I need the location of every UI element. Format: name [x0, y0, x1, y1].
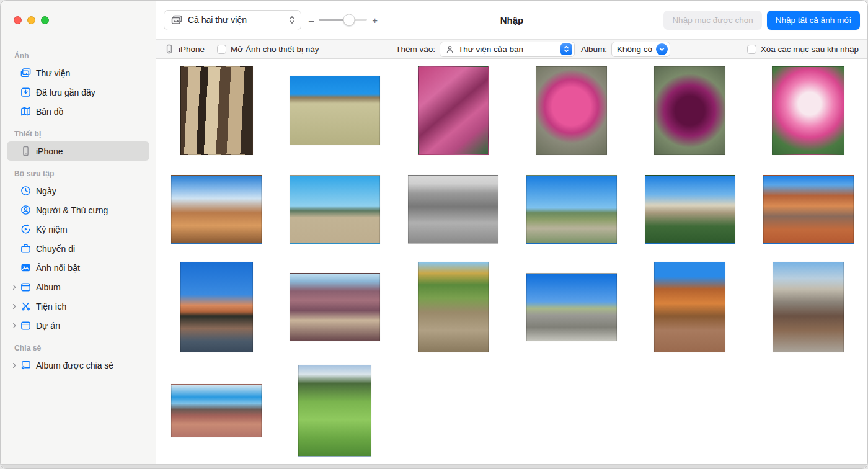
- photo-grid-cell: [749, 358, 867, 463]
- photo-grid-cell: [394, 59, 513, 162]
- photo-thumbnail-green-prairie[interactable]: [526, 175, 617, 244]
- page-title: Nhập: [500, 15, 524, 25]
- sidebar-item-people[interactable]: Người & Thú cưng: [7, 200, 149, 220]
- photo-grid-row: [157, 59, 867, 162]
- sidebar-item-featured[interactable]: Ảnh nổi bật: [7, 258, 149, 277]
- photo-thumbnail-desert-plain-sky[interactable]: [290, 175, 380, 244]
- open-photos-label: Mở Ảnh cho thiết bị này: [231, 45, 319, 54]
- open-photos-checkbox[interactable]: [217, 45, 226, 54]
- photo-thumbnail-open-highway[interactable]: [526, 273, 617, 341]
- photo-thumbnail-grass-butte[interactable]: [290, 76, 380, 145]
- photos-app-window: ẢnhThư việnĐã lưu gần đâyBản đồThiết bịi…: [0, 0, 868, 469]
- photo-thumbnail-bw-badlands[interactable]: [408, 175, 498, 244]
- sidebar-item-label: Kỷ niệm: [36, 225, 68, 234]
- photo-grid-cell: [631, 59, 749, 162]
- sidebar-item-label: Bản đồ: [36, 107, 63, 117]
- add-to-label: Thêm vào:: [396, 45, 435, 54]
- photo-grid-cell: [512, 256, 631, 358]
- clock-icon: [19, 185, 32, 197]
- photo-thumbnail-red-rocks-lake-reflection[interactable]: [180, 262, 253, 352]
- zoom-out-icon[interactable]: –: [309, 15, 314, 25]
- photo-thumbnail-red-rock-cliffs[interactable]: [763, 175, 854, 244]
- delete-after-label: Xóa các mục sau khi nhập: [761, 45, 859, 54]
- delete-after-option[interactable]: Xóa các mục sau khi nhập: [747, 45, 859, 54]
- featured-icon: [19, 262, 32, 274]
- chevron-down-icon: [656, 43, 668, 55]
- sidebar: ẢnhThư việnĐã lưu gần đâyBản đồThiết bịi…: [1, 1, 156, 468]
- sidebar-nav: ẢnhThư việnĐã lưu gần đâyBản đồThiết bịi…: [1, 39, 156, 468]
- open-photos-option[interactable]: Mở Ảnh cho thiết bị này: [217, 45, 319, 54]
- photo-grid-cell: [749, 162, 867, 256]
- sidebar-item-shared-album[interactable]: Album được chia sẻ: [7, 355, 149, 375]
- chevron-right-icon[interactable]: [11, 303, 19, 310]
- sidebar-item-projects[interactable]: Dự án: [7, 316, 149, 335]
- photo-thumbnail-grand-canyon[interactable]: [290, 273, 380, 341]
- minimize-button[interactable]: [27, 16, 35, 24]
- chevron-right-icon[interactable]: [11, 284, 19, 291]
- photo-grid-row: [157, 256, 867, 358]
- sidebar-item-suitcase[interactable]: Chuyến đi: [7, 239, 149, 258]
- sidebar-item-memories[interactable]: Kỷ niệm: [7, 220, 149, 239]
- person-icon: [445, 45, 454, 54]
- import-options-bar: iPhone Mở Ảnh cho thiết bị này Thêm vào:…: [156, 39, 867, 59]
- sidebar-item-photos[interactable]: Thư viện: [7, 63, 149, 83]
- photo-thumbnail-pink-white-tulip[interactable]: [772, 66, 844, 155]
- import-photo-grid: [156, 59, 867, 468]
- sidebar-item-label: Album được chia sẻ: [36, 360, 113, 370]
- photo-thumbnail-painted-desert[interactable]: [171, 384, 262, 437]
- chevron-up-down-icon: [560, 43, 572, 55]
- library-selector[interactable]: Cả hai thư viện: [164, 10, 301, 30]
- photo-grid-cell: [157, 358, 276, 463]
- close-button[interactable]: [14, 16, 22, 24]
- photo-thumbnail-desert-creek[interactable]: [418, 262, 489, 352]
- thumbnail-zoom-slider: – +: [309, 15, 378, 25]
- chevron-right-icon[interactable]: [11, 362, 19, 369]
- zoom-window-button[interactable]: [41, 16, 49, 24]
- photos-icon: [19, 67, 32, 79]
- photo-grid-cell: [276, 358, 394, 463]
- photo-thumbnail-petrified-wood[interactable]: [773, 262, 844, 352]
- photo-grid-cell: [276, 256, 394, 358]
- sidebar-item-recently-saved[interactable]: Đã lưu gần đây: [7, 83, 149, 102]
- delete-after-checkbox[interactable]: [747, 45, 756, 54]
- zoom-in-icon[interactable]: +: [372, 15, 378, 25]
- sidebar-item-album[interactable]: Album: [7, 277, 149, 297]
- album-icon: [19, 281, 32, 293]
- photo-thumbnail-white-domes-forest[interactable]: [645, 175, 735, 244]
- device-info: iPhone: [164, 43, 205, 55]
- sidebar-item-label: Dự án: [36, 321, 60, 331]
- main-area: Cả hai thư viện – + Nhập Nhập mục được c…: [156, 1, 867, 468]
- projects-icon: [19, 319, 32, 332]
- sidebar-item-label: Đã lưu gần đây: [36, 87, 95, 97]
- album-select[interactable]: Không có: [611, 42, 670, 57]
- sidebar-item-iphone[interactable]: iPhone: [7, 141, 149, 161]
- add-to-select[interactable]: Thư viện của bạn: [440, 42, 575, 57]
- utilities-icon: [19, 300, 32, 313]
- photo-thumbnail-pink-orchids[interactable]: [418, 66, 489, 155]
- photo-grid-cell: [157, 256, 276, 358]
- zoom-slider-track[interactable]: [319, 19, 367, 21]
- sidebar-item-label: Chuyến đi: [36, 244, 75, 254]
- memories-icon: [19, 223, 32, 236]
- suitcase-icon: [19, 243, 32, 255]
- photo-grid-cell: [749, 256, 867, 358]
- chevron-up-down-icon: [288, 15, 296, 25]
- sidebar-item-map[interactable]: Bản đồ: [7, 102, 149, 121]
- photo-thumbnail-grass-meadow[interactable]: [298, 365, 371, 457]
- photo-thumbnail-bryce-hoodoos-clouds[interactable]: [171, 175, 262, 244]
- photo-thumbnail-magenta-tulip[interactable]: [654, 66, 725, 155]
- sidebar-item-clock[interactable]: Ngày: [7, 181, 149, 200]
- import-selected-button[interactable]: Nhập mục được chọn: [663, 11, 761, 30]
- photos-stack-icon: [170, 14, 183, 26]
- zoom-slider-thumb[interactable]: [343, 14, 355, 26]
- sidebar-item-utilities[interactable]: Tiện ích: [7, 297, 149, 316]
- chevron-right-icon[interactable]: [11, 322, 19, 329]
- shared-album-icon: [19, 359, 32, 372]
- photo-thumbnail-canyon-dirt-road[interactable]: [654, 262, 725, 352]
- people-icon: [19, 204, 32, 217]
- sidebar-item-label: Ngày: [36, 186, 56, 196]
- photo-thumbnail-rock-bark-texture[interactable]: [180, 66, 253, 155]
- photo-grid-cell: [631, 256, 749, 358]
- photo-thumbnail-pink-tulip-top[interactable]: [536, 66, 607, 155]
- import-all-button[interactable]: Nhập tất cả ảnh mới: [767, 11, 860, 30]
